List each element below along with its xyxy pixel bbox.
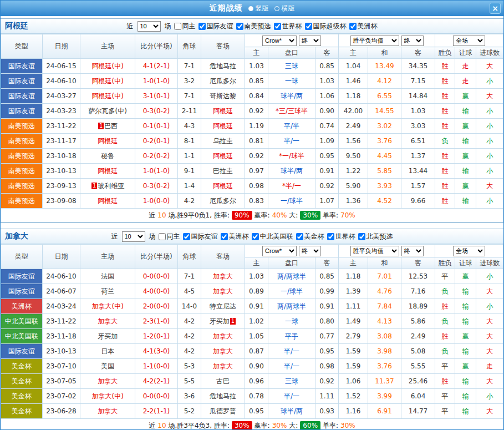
- handicap-cell: 球半/两: [268, 404, 315, 419]
- final-odds-select[interactable]: 终: [299, 246, 321, 256]
- home-win-odds-cell: 1.39: [339, 284, 368, 299]
- goals-result-cell: 大: [476, 344, 503, 359]
- match-row: 美洲杯 24-03-24 加拿大(中) 2-0(0-0) 14-0 特立尼达 0…: [1, 299, 503, 314]
- ah-away-odds-cell: 0.77: [315, 329, 338, 344]
- layout-horizontal-radio[interactable]: 横版: [274, 4, 295, 13]
- home-win-odds-cell: 2.49: [339, 119, 368, 134]
- competition-checkbox[interactable]: 美洲杯: [221, 232, 249, 241]
- result-cell: 胜: [435, 164, 455, 179]
- match-scope-select[interactable]: 全场: [453, 246, 485, 256]
- draw-odds-cell: 3.08: [368, 329, 401, 344]
- competition-checkbox[interactable]: 美洲杯: [349, 22, 378, 31]
- match-type-cell: 美金杯: [1, 359, 43, 374]
- team-section-1: 加拿大 近 10 场 同主 国际友谊美洲杯中北美国联美金杯世界杯北美预选 类型日…: [1, 229, 503, 430]
- handicap-result-cell: 赢: [455, 119, 476, 134]
- corners-cell: 7-1: [177, 269, 201, 284]
- away-team-cell: 阿根廷: [201, 119, 245, 134]
- team-name: 美国: [101, 362, 114, 370]
- recent-count-select[interactable]: 10: [122, 231, 145, 242]
- corners-cell: 5-3: [177, 359, 201, 374]
- team-name: 牙买加: [98, 332, 118, 340]
- column-header: 客: [401, 47, 435, 59]
- goals-result-cell: 小: [476, 104, 503, 119]
- close-button[interactable]: ×: [490, 3, 501, 14]
- same-home-checkbox[interactable]: 同主: [174, 22, 196, 31]
- final-odds-select[interactable]: 终: [299, 36, 321, 46]
- match-type-cell: 国际友谊: [1, 344, 43, 359]
- result-cell: 负: [435, 284, 455, 299]
- bookmaker-select[interactable]: Crow*: [262, 36, 297, 46]
- draw-odds-cell: 4.76: [368, 284, 401, 299]
- away-team-cell: 危地马拉: [201, 389, 245, 404]
- home-team-cell: 牙买加: [80, 329, 135, 344]
- competition-checkbox[interactable]: 美金杯: [296, 232, 324, 241]
- team-name: 危地马拉: [210, 392, 236, 400]
- result-cell: 胜: [435, 374, 455, 389]
- handicap-rate-value: 40%: [272, 211, 287, 219]
- ah-home-odds-cell: 1.19: [245, 119, 268, 134]
- competition-checkbox[interactable]: 国际友谊: [198, 22, 233, 31]
- handicap-result-cell: 赢: [455, 329, 476, 344]
- competition-checkbox[interactable]: 北美预选: [358, 232, 393, 241]
- same-home-checkbox[interactable]: 同主: [159, 232, 180, 241]
- home-team-cell: 阿根廷: [80, 194, 135, 209]
- competition-checkbox[interactable]: 南美预选: [236, 22, 271, 31]
- ah-away-odds-cell: 1.07: [315, 194, 338, 209]
- date-cell: 24-06-07: [42, 284, 80, 299]
- handicap-rate-label: 赢率:: [254, 422, 270, 429]
- layout-vertical-label: 竖版: [256, 4, 269, 13]
- home-team-cell: 加拿大(中): [80, 389, 135, 404]
- odd-rate-label: 单率:: [323, 422, 338, 429]
- away-team-cell: 哥斯达黎: [201, 89, 245, 104]
- home-win-odds-cell: 1.18: [339, 269, 368, 284]
- odds-average-select[interactable]: 胜平负均值: [350, 36, 399, 46]
- date-cell: 23-11-18: [42, 329, 80, 344]
- corners-cell: 9-1: [177, 164, 201, 179]
- match-row: 美金杯 23-06-28 加拿大 2-2(1-1) 5-2 瓜德罗普 0.95 …: [1, 404, 503, 419]
- date-cell: 24-03-24: [42, 299, 80, 314]
- match-scope-select[interactable]: 全场: [453, 36, 485, 46]
- competition-checkbox[interactable]: 世界杯: [327, 232, 355, 241]
- away-team-cell: 阿根廷: [201, 179, 245, 194]
- competition-checkbox[interactable]: 国际超级杯: [305, 22, 347, 31]
- column-header: 日期: [42, 245, 80, 269]
- ah-home-odds-cell: 1.03: [245, 269, 268, 284]
- competition-checkbox[interactable]: 中北美国联: [252, 232, 293, 241]
- draw-odds-cell: 6.55: [368, 89, 401, 104]
- match-row: 南美预选 23-11-17 阿根廷 0-2(0-1) 8-1 乌拉圭 0.81 …: [1, 134, 503, 149]
- radio-selected-icon: [248, 6, 253, 11]
- team-name: 阿根廷: [98, 167, 118, 175]
- home-win-odds-cell: 2.79: [339, 329, 368, 344]
- match-row: 南美预选 23-10-18 秘鲁 0-2(0-2) 1-1 阿根廷 0.92 *…: [1, 149, 503, 164]
- corners-cell: 4-5: [177, 284, 201, 299]
- home-win-odds-cell: 1.06: [339, 374, 368, 389]
- layout-vertical-radio[interactable]: 竖版: [248, 4, 269, 13]
- away-team-cell: 阿根廷: [201, 104, 245, 119]
- result-cell: 负: [435, 134, 455, 149]
- away-win-odds-cell: 13.44: [401, 164, 435, 179]
- result-cell: 胜: [435, 149, 455, 164]
- odds-average-select[interactable]: 胜平负均值: [350, 246, 399, 256]
- recent-count-select[interactable]: 10: [138, 21, 161, 32]
- column-header: 比分(半场): [135, 34, 178, 59]
- date-cell: 23-11-17: [42, 134, 80, 149]
- home-win-odds-cell: 1.46: [339, 74, 368, 89]
- ah-away-odds-cell: 1.03: [315, 74, 338, 89]
- handicap-rate-value: 30%: [272, 422, 287, 429]
- away-team-cell: 特立尼达: [201, 299, 245, 314]
- match-row: 中北美国联 23-11-18 牙买加 1-2(0-1) 4-2 加拿大 1.05…: [1, 329, 503, 344]
- competition-checkbox[interactable]: 世界杯: [274, 22, 302, 31]
- final-odds-select[interactable]: 终: [401, 36, 424, 46]
- home-team-cell: 1巴西: [80, 119, 135, 134]
- match-type-cell: 中北美国联: [1, 329, 43, 344]
- score-cell: 1-0(0-0): [135, 194, 178, 209]
- away-win-odds-cell: 34.35: [401, 59, 435, 74]
- home-win-odds-cell: 1.36: [339, 194, 368, 209]
- home-team-cell: 1玻利维亚: [80, 179, 135, 194]
- goals-result-cell: 大: [476, 179, 503, 194]
- final-odds-select[interactable]: 终: [401, 246, 424, 256]
- handicap-result-cell: 输: [455, 344, 476, 359]
- home-team-cell: 萨尔瓦多(中): [80, 104, 135, 119]
- competition-checkbox[interactable]: 国际友谊: [183, 232, 218, 241]
- bookmaker-select[interactable]: Crow*: [262, 246, 297, 256]
